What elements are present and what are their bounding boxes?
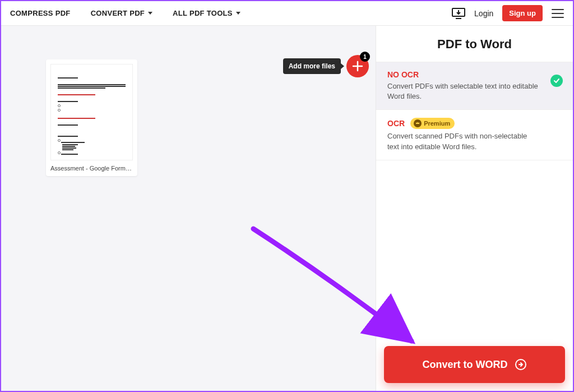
premium-badge: Premium [410,118,455,129]
check-icon [550,75,563,87]
crown-icon [414,119,422,127]
download-desktop-icon[interactable] [452,8,465,19]
option-ocr-title-text: OCR [387,119,405,128]
nav-convert-label: CONVERT PDF [91,9,145,17]
option-ocr-title: OCR Premium [387,118,562,129]
top-nav: COMPRESS PDF CONVERT PDF ALL PDF TOOLS L… [1,1,573,26]
main-area: Assessment - Google Forms.pdf Add more f… [1,26,573,391]
add-more-files-wrap: Add more files 1 [283,55,369,77]
nav-all-tools-label: ALL PDF TOOLS [173,9,233,17]
convert-button[interactable]: Convert to WORD [384,346,565,383]
file-card[interactable]: Assessment - Google Forms.pdf [46,59,137,176]
nav-all-tools[interactable]: ALL PDF TOOLS [173,9,240,17]
nav-left: COMPRESS PDF CONVERT PDF ALL PDF TOOLS [10,9,240,17]
nav-compress-pdf[interactable]: COMPRESS PDF [10,9,71,17]
add-more-files-button[interactable]: 1 [346,55,369,77]
option-no-ocr-desc: Convert PDFs with selectable text into e… [387,81,562,102]
caret-down-icon [148,12,152,15]
signup-button[interactable]: Sign up [502,5,543,21]
file-name-label: Assessment - Google Forms.pdf [50,165,133,172]
nav-convert-pdf[interactable]: CONVERT PDF [91,9,152,17]
option-no-ocr[interactable]: NO OCR Convert PDFs with selectable text… [376,62,573,110]
nav-right: Login Sign up [452,5,564,21]
nav-compress-label: COMPRESS PDF [10,9,71,17]
sidebar-title: PDF to Word [376,26,573,62]
add-more-tooltip: Add more files [283,58,341,74]
option-ocr[interactable]: OCR Premium Convert scanned PDFs with no… [376,110,573,160]
file-count-badge: 1 [360,52,370,62]
arrow-right-circle-icon [515,358,527,371]
caret-down-icon [236,12,240,15]
file-thumbnail [50,64,133,160]
login-link[interactable]: Login [474,9,493,18]
sidebar: PDF to Word NO OCR Convert PDFs with sel… [376,26,573,391]
sidebar-spacer [376,160,573,338]
option-ocr-desc: Convert scanned PDFs with non-selectable… [387,131,562,151]
hamburger-menu-icon[interactable] [552,9,564,18]
work-area: Assessment - Google Forms.pdf Add more f… [1,26,376,391]
convert-button-label: Convert to WORD [423,359,508,371]
plus-icon [351,60,364,72]
option-no-ocr-title: NO OCR [387,70,562,79]
premium-label: Premium [424,120,450,127]
